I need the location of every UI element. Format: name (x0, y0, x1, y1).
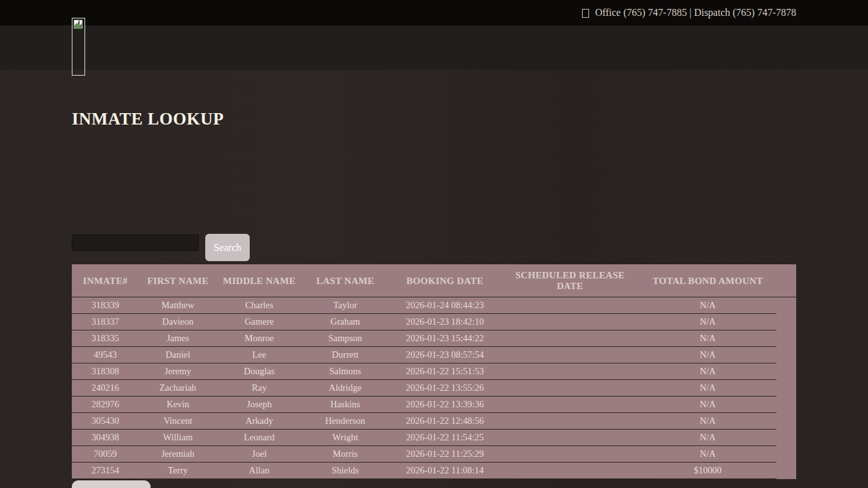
table-row[interactable]: 304938WilliamLeonardWright2026-01-22 11:… (72, 430, 776, 446)
search-input[interactable] (72, 234, 199, 251)
table-cell: 2026-01-22 11:25:29 (389, 449, 501, 459)
table-cell: N/A (639, 333, 776, 344)
table-cell: Wright (302, 432, 390, 443)
site-logo-broken-image[interactable] (72, 18, 85, 76)
table-cell: Arkady (217, 416, 301, 426)
table-cell: 2026-01-23 18:42:10 (389, 316, 501, 327)
table-cell: N/A (639, 366, 776, 377)
table-cell: 318308 (72, 366, 139, 377)
table-row[interactable]: 273154TerryAllanShields2026-01-22 11:08:… (72, 463, 776, 479)
table-cell: 273154 (72, 465, 139, 476)
table-row[interactable]: 70059JeremiahJoelMorris2026-01-22 11:25:… (72, 446, 776, 463)
table-cell: Matthew (139, 300, 217, 311)
table-cell: Durrett (302, 349, 390, 360)
table-cell: 2026-01-22 13:55:26 (389, 383, 501, 393)
table-cell: Jeremy (139, 366, 217, 377)
table-cell: 2026-01-22 12:48:56 (389, 416, 501, 426)
table-cell: 240216 (72, 383, 139, 393)
table-cell: 2026-01-22 11:54:25 (389, 432, 501, 443)
table-cell: Zachariah (139, 383, 217, 393)
table-cell: Charles (217, 300, 301, 311)
column-header: MIDDLE NAME (217, 276, 301, 287)
table-cell: N/A (639, 383, 776, 393)
table-cell: Gamere (217, 316, 301, 327)
table-cell: 70059 (72, 449, 139, 459)
column-header: TOTAL BOND AMOUNT (639, 276, 776, 287)
table-cell: 2026-01-22 15:51:53 (389, 366, 501, 377)
column-header: BOOKING DATE (389, 276, 501, 287)
table-cell: 2026-01-22 11:08:14 (389, 465, 501, 476)
table-row[interactable]: 282976KevinJosephHaskins2026-01-22 13:39… (72, 396, 776, 413)
table-cell: Aldridge (302, 383, 390, 393)
table-header-row: INMATE#FIRST NAMEMIDDLE NAMELAST NAMEBOO… (72, 264, 776, 297)
table-cell: 318339 (72, 300, 139, 311)
table-cell: N/A (639, 316, 776, 327)
contact-topbar: Office (765) 747-7885 | Dispatch (765) 7… (0, 0, 868, 25)
table-cell: Lee (217, 349, 301, 360)
table-row[interactable]: 318308JeremyDouglasSalmons2026-01-22 15:… (72, 363, 776, 380)
table-row[interactable]: 240216ZachariahRayAldridge2026-01-22 13:… (72, 380, 776, 396)
table-cell: 318335 (72, 333, 139, 344)
table-cell: N/A (639, 416, 776, 426)
table-cell: Ray (217, 383, 301, 393)
column-header: SCHEDULED RELEASE DATE (501, 270, 639, 292)
table-cell: N/A (639, 449, 776, 459)
table-cell: 2026-01-22 13:39:36 (389, 399, 501, 410)
table-cell: Allan (217, 465, 301, 476)
table-row[interactable]: 318339MatthewCharlesTaylor2026-01-24 08:… (72, 297, 776, 314)
table-cell: 304938 (72, 432, 139, 443)
table-cell: William (139, 432, 217, 443)
table-row[interactable]: 305430VincentArkadyHenderson2026-01-22 1… (72, 413, 776, 430)
table-cell: Joel (217, 449, 301, 459)
table-cell: Shields (302, 465, 390, 476)
table-cell: Graham (302, 316, 390, 327)
table-cell: Vincent (139, 416, 217, 426)
table-cell: Monroe (217, 333, 301, 344)
site-header (0, 25, 868, 70)
table-cell: Terry (139, 465, 217, 476)
table-cell: $10000 (639, 465, 776, 476)
phone-icon (582, 9, 589, 18)
column-header: FIRST NAME (139, 276, 217, 287)
table-cell: 318337 (72, 316, 139, 327)
table-cell: 2026-01-24 08:44:23 (389, 300, 501, 311)
table-cell: 49543 (72, 349, 139, 360)
table-cell: 2026-01-23 15:44:22 (389, 333, 501, 344)
table-row[interactable]: 318337DavieonGamereGraham2026-01-23 18:4… (72, 314, 776, 330)
table-cell: Douglas (217, 366, 301, 377)
table-cell: Davieon (139, 316, 217, 327)
table-cell: Daniel (139, 349, 217, 360)
table-cell: 282976 (72, 399, 139, 410)
page-title: INMATE LOOKUP (72, 109, 224, 129)
table-cell: N/A (639, 300, 776, 311)
table-cell: Taylor (302, 300, 390, 311)
table-cell: Salmons (302, 366, 390, 377)
table-cell: James (139, 333, 217, 344)
table-row[interactable]: 49543DanielLeeDurrett2026-01-23 08:57:54… (72, 347, 776, 363)
table-cell: Joseph (217, 399, 301, 410)
table-cell: Leonard (217, 432, 301, 443)
table-body: 318339MatthewCharlesTaylor2026-01-24 08:… (72, 297, 776, 479)
table-cell: N/A (639, 432, 776, 443)
table-cell: 305430 (72, 416, 139, 426)
pagination-next-button[interactable]: Next (72, 480, 151, 488)
table-cell: 2026-01-23 08:57:54 (389, 349, 501, 360)
column-header: INMATE# (72, 276, 139, 287)
table-cell: Kevin (139, 399, 217, 410)
table-cell: Haskins (302, 399, 390, 410)
column-header: LAST NAME (302, 276, 390, 287)
contact-phone-text: Office (765) 747-7885 | Dispatch (765) 7… (595, 7, 796, 18)
table-cell: Sampson (302, 333, 390, 344)
inmate-lookup-page: Office (765) 747-7885 | Dispatch (765) 7… (0, 0, 868, 488)
table-cell: Jeremiah (139, 449, 217, 459)
inmate-table: INMATE#FIRST NAMEMIDDLE NAMELAST NAMEBOO… (72, 264, 796, 479)
table-cell: N/A (639, 349, 776, 360)
table-cell: Morris (302, 449, 390, 459)
table-cell: Henderson (302, 416, 390, 426)
search-button[interactable]: Search (205, 234, 250, 261)
table-cell: N/A (639, 399, 776, 410)
search-bar: Search (72, 234, 250, 262)
table-row[interactable]: 318335JamesMonroeSampson2026-01-23 15:44… (72, 330, 776, 347)
